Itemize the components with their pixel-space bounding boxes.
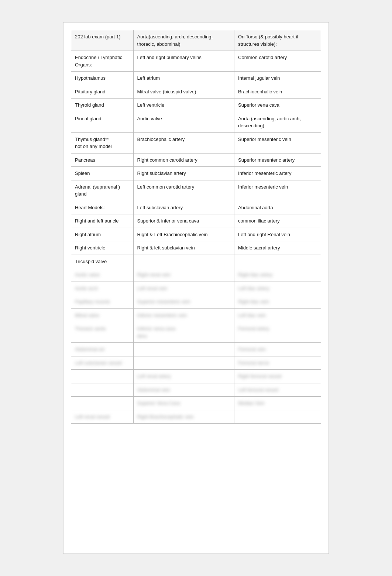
cell-row2-col0: Pituitary gland xyxy=(71,85,134,99)
cell-row1-col2: Internal jugular vein xyxy=(234,72,321,85)
cell-row24-col0: Left renal vessel xyxy=(71,410,134,424)
cell-row0-col1: Left and right pulmonary veins xyxy=(133,51,234,72)
table-row: Left renal vesselRight Brachiocephalic v… xyxy=(71,410,321,424)
cell-row7-col0: Spleen xyxy=(71,167,134,180)
table-row: Tricuspid valve xyxy=(71,255,321,268)
table-row: Heart Models:Left subclavian arteryAbdom… xyxy=(71,201,321,214)
cell-row13-col1 xyxy=(133,255,234,268)
cell-row11-col2: Left and right Renal vein xyxy=(234,228,321,241)
table-row: Aortic valveRight renal veinRight iliac … xyxy=(71,268,321,282)
cell-row0-col2: Common carotid artery xyxy=(234,51,321,72)
cell-row18-col1: Inferior vena cava desc xyxy=(133,322,234,343)
cell-row17-col1: Inferior mesenteric vein xyxy=(133,308,234,322)
main-table: 202 lab exam (part 1)Aorta(ascending, ar… xyxy=(71,30,321,424)
cell-row19-col0: Abdominal art xyxy=(71,343,134,356)
cell-row23-col1: Superior Vena Cava xyxy=(133,397,234,410)
cell-row2-col1: Mitral valve (bicuspid valve) xyxy=(133,85,234,99)
cell-row14-col0: Aortic valve xyxy=(71,268,134,282)
cell-row4-col2: Aorta (ascending, aortic arch, descendin… xyxy=(234,112,321,132)
table-row: PancreasRight common carotid arterySuper… xyxy=(71,153,321,167)
table-row: Pineal glandAortic valveAorta (ascending… xyxy=(71,112,321,132)
cell-row4-col1: Aortic valve xyxy=(133,112,234,132)
cell-row22-col2: Left femoral vessel xyxy=(234,383,321,397)
cell-row20-col2: Femoral nerve xyxy=(234,356,321,370)
cell-row18-col0: Thoracic aorta xyxy=(71,322,134,343)
header-col-1: Aorta(ascending, arch, descending, thora… xyxy=(133,30,234,51)
cell-row23-col2: Median Vein xyxy=(234,397,321,410)
cell-row12-col1: Right & left subclavian vein xyxy=(133,241,234,255)
cell-row9-col0: Heart Models: xyxy=(71,201,134,214)
cell-row21-col2: Right femoral vessel xyxy=(234,370,321,383)
cell-row16-col0: Papillary muscle xyxy=(71,295,134,309)
cell-row22-col0 xyxy=(71,383,134,397)
table-row: Endocrine / Lymphatic Organs:Left and ri… xyxy=(71,51,321,72)
cell-row17-col2: Left iliac vein xyxy=(234,308,321,322)
cell-row21-col1: Left renal artery xyxy=(133,370,234,383)
cell-row3-col0: Thyroid gland xyxy=(71,99,134,112)
cell-row8-col2: Inferior mesenteric vein xyxy=(234,180,321,201)
table-row: Right and left auricleSuperior & inferio… xyxy=(71,214,321,228)
cell-row18-col2: Femoral artery xyxy=(234,322,321,343)
cell-row15-col2: Left iliac artery xyxy=(234,282,321,295)
header-col-0: 202 lab exam (part 1) xyxy=(71,30,134,51)
cell-row7-col2: Inferior mesenteric artery xyxy=(234,167,321,180)
table-row: Aortic archLeft renal veinLeft iliac art… xyxy=(71,282,321,295)
table-row: Right ventricleRight & left subclavian v… xyxy=(71,241,321,255)
cell-row23-col0 xyxy=(71,397,134,410)
cell-row12-col2: Middle sacral artery xyxy=(234,241,321,255)
cell-row14-col1: Right renal vein xyxy=(133,268,234,282)
table-row: Left renal arteryRight femoral vessel xyxy=(71,370,321,383)
cell-row9-col1: Left subclavian artery xyxy=(133,201,234,214)
header-col-2: On Torso (& possibly heart if structures… xyxy=(234,30,321,51)
cell-row8-col0: Adrenal (suprarenal ) gland xyxy=(71,180,134,201)
cell-row20-col0: Left subclavian vessel xyxy=(71,356,134,370)
cell-row16-col1: Superior mesenteric vein xyxy=(133,295,234,309)
cell-row20-col1 xyxy=(133,356,234,370)
table-row: Superior Vena CavaMedian Vein xyxy=(71,397,321,410)
cell-row19-col2: Femoral vein xyxy=(234,343,321,356)
cell-row1-col0: Hypothalamus xyxy=(71,72,134,85)
cell-row9-col2: Abdominal aorta xyxy=(234,201,321,214)
cell-row5-col0: Thymus gland** not on any model xyxy=(71,132,134,153)
cell-row11-col0: Right atrium xyxy=(71,228,134,241)
cell-row24-col2 xyxy=(234,410,321,424)
table-row: Mitral valveInferior mesenteric veinLeft… xyxy=(71,308,321,322)
cell-row7-col1: Right subclavian artery xyxy=(133,167,234,180)
cell-row24-col1: Right Brachiocephalic vein xyxy=(133,410,234,424)
cell-row14-col2: Right iliac artery xyxy=(234,268,321,282)
cell-row10-col0: Right and left auricle xyxy=(71,214,134,228)
table-row: SpleenRight subclavian arteryInferior me… xyxy=(71,167,321,180)
cell-row2-col2: Brachiocephalic vein xyxy=(234,85,321,99)
table-row: Abdominal artFemoral vein xyxy=(71,343,321,356)
cell-row13-col0: Tricuspid valve xyxy=(71,255,134,268)
cell-row17-col0: Mitral valve xyxy=(71,308,134,322)
cell-row6-col1: Right common carotid artery xyxy=(133,153,234,167)
cell-row3-col1: Left ventricle xyxy=(133,99,234,112)
cell-row16-col2: Right iliac vein xyxy=(234,295,321,309)
cell-row15-col0: Aortic arch xyxy=(71,282,134,295)
cell-row6-col2: Superior mesenteric artery xyxy=(234,153,321,167)
cell-row10-col2: common iliac artery xyxy=(234,214,321,228)
table-row: Thyroid glandLeft ventricleSuperior vena… xyxy=(71,99,321,112)
cell-row1-col1: Left atrium xyxy=(133,72,234,85)
cell-row0-col0: Endocrine / Lymphatic Organs: xyxy=(71,51,134,72)
table-row: Left subclavian vesselFemoral nerve xyxy=(71,356,321,370)
table-row: Right atriumRight & Left Brachiocephalic… xyxy=(71,228,321,241)
table-row: Pituitary glandMitral valve (bicuspid va… xyxy=(71,85,321,99)
cell-row21-col0 xyxy=(71,370,134,383)
cell-row6-col0: Pancreas xyxy=(71,153,134,167)
cell-row22-col1: Abdominal vein xyxy=(133,383,234,397)
page-container: 202 lab exam (part 1)Aorta(ascending, ar… xyxy=(63,22,329,554)
cell-row5-col1: Brachiocephalic artery xyxy=(133,132,234,153)
table-row: HypothalamusLeft atriumInternal jugular … xyxy=(71,72,321,85)
table-row: Adrenal (suprarenal ) glandLeft common c… xyxy=(71,180,321,201)
cell-row13-col2 xyxy=(234,255,321,268)
cell-row10-col1: Superior & inferior vena cava xyxy=(133,214,234,228)
cell-row5-col2: Superior mesenteric vein xyxy=(234,132,321,153)
cell-row3-col2: Superior vena cava xyxy=(234,99,321,112)
table-row: Abdominal veinLeft femoral vessel xyxy=(71,383,321,397)
cell-row11-col1: Right & Left Brachiocephalic vein xyxy=(133,228,234,241)
cell-row12-col0: Right ventricle xyxy=(71,241,134,255)
table-row: Thymus gland** not on any modelBrachioce… xyxy=(71,132,321,153)
cell-row8-col1: Left common carotid artery xyxy=(133,180,234,201)
